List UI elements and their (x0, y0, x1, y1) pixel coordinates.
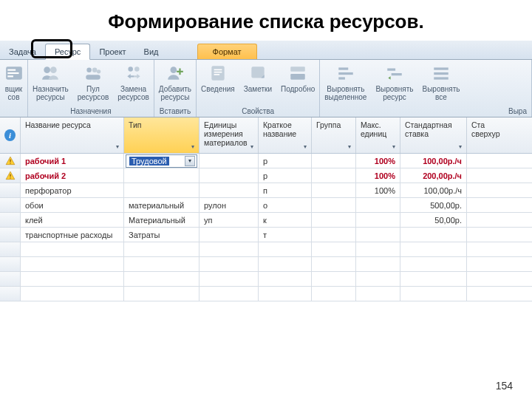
cell-max[interactable]: 100% (356, 168, 400, 183)
table-row-empty[interactable] (0, 242, 532, 257)
cell-name[interactable]: рабочий 1 (21, 154, 124, 168)
cell-name[interactable]: клей (21, 213, 124, 227)
table-row[interactable]: перфораторп100%100,00р./ч (0, 183, 532, 198)
table-row[interactable]: клейМатериальныйупк50,00р. (0, 213, 532, 228)
cell-rate[interactable]: 100,00р./ч (400, 154, 467, 168)
cell-type[interactable] (124, 287, 200, 301)
col-name[interactable]: Название ресурса▾ (21, 117, 124, 153)
cell-type[interactable] (124, 183, 200, 197)
cell-overtime[interactable] (467, 198, 502, 212)
cell-group[interactable] (312, 183, 356, 197)
btn-add-resources[interactable]: Добавить ресурсы (154, 61, 196, 103)
table-row[interactable]: рабочий 1 Трудовой ▾ ТрудовойМатериальны… (0, 154, 532, 168)
tab-resource[interactable]: Ресурс (45, 44, 90, 60)
cell-overtime[interactable] (467, 228, 502, 242)
col-type[interactable]: Тип▾ (124, 117, 200, 153)
cell-short[interactable] (259, 257, 312, 271)
cell-type[interactable]: материальный (124, 198, 200, 212)
type-dropdown[interactable]: Трудовой ▾ ТрудовойМатериальныйЗатраты (126, 154, 197, 168)
col-indicator[interactable]: i (0, 117, 21, 153)
cell-group[interactable] (312, 154, 356, 168)
col-rate[interactable]: Стандартная ставка▾ (400, 117, 467, 153)
btn-planner[interactable]: вщик сов (0, 61, 27, 103)
cell-type[interactable]: Материальный (124, 213, 200, 227)
cell-max[interactable]: 100% (356, 154, 400, 168)
col-group[interactable]: Группа▾ (312, 117, 356, 153)
cell-rate[interactable]: 100,00р./ч (400, 183, 467, 197)
cell-overtime[interactable] (467, 242, 502, 256)
cell-overtime[interactable] (467, 287, 502, 301)
cell-short[interactable]: р (259, 154, 312, 168)
cell-name[interactable]: перфоратор (21, 183, 124, 197)
cell-group[interactable] (312, 272, 356, 286)
cell-overtime[interactable] (467, 154, 502, 168)
cell-type[interactable] (124, 242, 200, 256)
cell-short[interactable]: о (259, 198, 312, 212)
btn-assign-resources[interactable]: Назначить ресурсы (28, 61, 73, 103)
btn-level-all[interactable]: Выровнять все (417, 61, 464, 103)
cell-group[interactable] (312, 257, 356, 271)
cell-unit[interactable] (200, 272, 259, 286)
cell-max[interactable] (356, 198, 400, 212)
tab-project[interactable]: Проект (90, 44, 134, 59)
cell-name[interactable] (21, 242, 124, 256)
btn-level-resource[interactable]: Выровнять ресурс (371, 61, 417, 103)
col-max[interactable]: Макс. единиц▾ (356, 117, 400, 153)
cell-name[interactable] (21, 257, 124, 271)
cell-overtime[interactable] (467, 183, 502, 197)
cell-unit[interactable] (200, 228, 259, 242)
tab-view[interactable]: Вид (135, 44, 168, 59)
tab-format[interactable]: Формат (197, 44, 257, 59)
cell-rate[interactable]: 200,00р./ч (400, 168, 467, 183)
cell-group[interactable] (312, 213, 356, 227)
cell-type[interactable] (124, 168, 200, 183)
cell-overtime[interactable] (467, 272, 502, 286)
cell-max[interactable]: 100% (356, 183, 400, 197)
table-row[interactable]: рабочий 2р100%200,00р./ч (0, 168, 532, 183)
cell-overtime[interactable] (467, 213, 502, 227)
cell-name[interactable]: обои (21, 198, 124, 212)
cell-group[interactable] (312, 168, 356, 183)
cell-rate[interactable] (400, 287, 467, 301)
cell-max[interactable] (356, 213, 400, 227)
btn-level-selection[interactable]: Выровнять выделенное (320, 61, 371, 103)
cell-rate[interactable] (400, 272, 467, 286)
cell-short[interactable]: р (259, 168, 312, 183)
table-row-empty[interactable] (0, 272, 532, 287)
cell-group[interactable] (312, 198, 356, 212)
cell-rate[interactable] (400, 257, 467, 271)
cell-type[interactable]: Трудовой ▾ ТрудовойМатериальныйЗатраты (124, 154, 200, 168)
cell-unit[interactable]: уп (200, 213, 259, 227)
cell-name[interactable]: транспортные расходы (21, 228, 124, 242)
cell-max[interactable] (356, 272, 400, 286)
cell-unit[interactable] (200, 287, 259, 301)
cell-rate[interactable]: 50,00р. (400, 213, 467, 227)
cell-type[interactable] (124, 257, 200, 271)
table-row[interactable]: транспортные расходыЗатратыт (0, 228, 532, 242)
cell-name[interactable] (21, 272, 124, 286)
col-unit[interactable]: Единицы измерения материалов▾ (200, 117, 259, 153)
cell-short[interactable] (259, 272, 312, 286)
cell-short[interactable] (259, 242, 312, 256)
cell-unit[interactable] (200, 154, 259, 168)
cell-short[interactable] (259, 287, 312, 301)
cell-type[interactable] (124, 272, 200, 286)
cell-name[interactable] (21, 287, 124, 301)
cell-unit[interactable] (200, 242, 259, 256)
cell-short[interactable]: п (259, 183, 312, 197)
cell-short[interactable]: т (259, 228, 312, 242)
cell-overtime[interactable] (467, 168, 502, 183)
cell-group[interactable] (312, 287, 356, 301)
cell-overtime[interactable] (467, 257, 502, 271)
btn-replace-resources[interactable]: Замена ресурсов (113, 61, 154, 103)
cell-max[interactable] (356, 228, 400, 242)
cell-short[interactable]: к (259, 213, 312, 227)
tab-task[interactable]: Задача (0, 44, 45, 59)
chevron-down-icon[interactable]: ▾ (185, 156, 195, 166)
cell-max[interactable] (356, 242, 400, 256)
table-row-empty[interactable] (0, 257, 532, 272)
cell-unit[interactable] (200, 183, 259, 197)
cell-group[interactable] (312, 242, 356, 256)
table-row[interactable]: обоиматериальныйрулоно500,00р. (0, 198, 532, 213)
cell-group[interactable] (312, 228, 356, 242)
